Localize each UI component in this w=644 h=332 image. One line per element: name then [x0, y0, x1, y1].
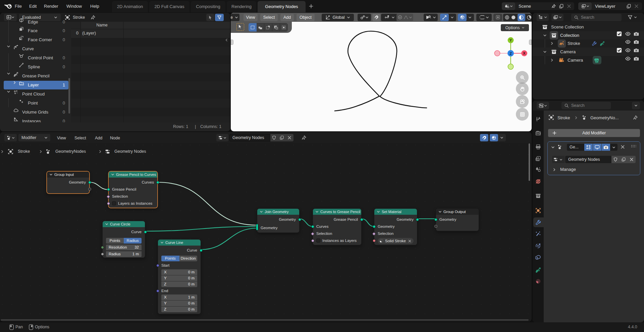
svg-text:Z: Z [509, 52, 512, 56]
svg-text:X: X [523, 51, 526, 55]
svg-text:Y: Y [509, 38, 512, 42]
